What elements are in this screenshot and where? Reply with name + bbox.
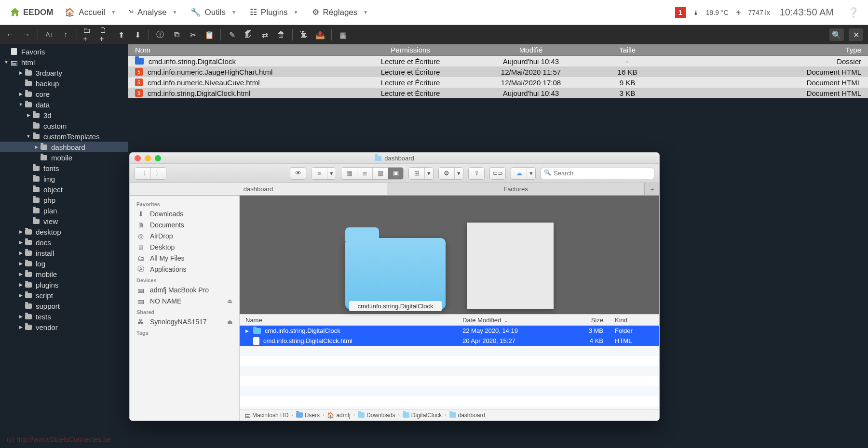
extract-icon[interactable]: 📤 — [315, 29, 326, 40]
tree-item-fonts[interactable]: fonts — [0, 163, 128, 173]
tree-item-plugins[interactable]: ▶plugins — [0, 279, 128, 290]
col-size[interactable]: Taille — [596, 46, 659, 54]
col-date[interactable]: Date Modified⌄ — [457, 316, 568, 324]
tree-item-script[interactable]: ▶script — [0, 290, 128, 301]
path-segment[interactable]: 🏠admfj — [327, 412, 350, 419]
menu-reglages[interactable]: ⚙ Réglages▼ — [306, 4, 374, 20]
preview-document[interactable] — [467, 223, 554, 309]
upload-icon[interactable]: ⬆ — [116, 29, 126, 40]
sidebar-item[interactable]: 🖴admfj MacBook Pro — [130, 284, 239, 295]
tree-item-mobile[interactable]: mobile — [0, 152, 128, 163]
sidebar-item[interactable]: ⒶApplications — [130, 264, 239, 275]
share-button[interactable]: ⇪ — [469, 168, 484, 179]
arrange-dropdown[interactable]: ▾ — [424, 168, 433, 179]
menu-analyse[interactable]: ༄ Analyse▼ — [123, 5, 183, 20]
tree-item-object[interactable]: object — [0, 184, 128, 195]
new-file-icon[interactable]: 🗋+ — [99, 29, 110, 40]
edit-icon[interactable]: ✎ — [227, 29, 237, 40]
duplicate-icon[interactable]: 🗐 — [243, 29, 254, 40]
tree-favorites[interactable]: Favoris — [0, 46, 128, 57]
tree-item-mobile[interactable]: ▶mobile — [0, 269, 128, 279]
view-columns-button[interactable]: ▥ — [372, 168, 388, 179]
action-button[interactable]: ⚙ — [439, 168, 454, 179]
view-list-button[interactable]: ≣ — [357, 168, 372, 179]
tree-item-backup[interactable]: backup — [0, 78, 128, 89]
path-segment[interactable]: dashboard — [449, 412, 486, 419]
archive-icon[interactable]: 🗜 — [298, 29, 309, 40]
tree-item-vendor[interactable]: ▶vendor — [0, 322, 128, 332]
close-button[interactable]: ✕ — [849, 28, 863, 41]
tab-dashboard[interactable]: dashboard — [130, 183, 387, 195]
sidebar-item[interactable]: 🗎Documents — [130, 219, 239, 230]
help-icon[interactable]: ❔ — [843, 7, 863, 18]
col-name[interactable]: Nom — [128, 46, 355, 54]
preview-folder[interactable]: cmd.info.string.DigitalClock — [345, 238, 446, 309]
finder-titlebar[interactable]: dashboard — [130, 153, 659, 164]
col-mod[interactable]: Modifié — [466, 46, 596, 54]
tree-item-customTemplates[interactable]: ▼customTemplates — [0, 131, 128, 142]
search-input[interactable] — [541, 168, 654, 179]
tree-item-view[interactable]: view — [0, 216, 128, 226]
view-gallery-button[interactable]: ▣ — [388, 168, 403, 179]
finder-search[interactable] — [541, 168, 654, 179]
tab-add-button[interactable]: ＋ — [645, 183, 659, 195]
quicklook-button[interactable]: 👁 — [290, 168, 306, 179]
view-icons-button[interactable]: ▦ — [341, 168, 357, 179]
tree-item-dashboard[interactable]: ▶dashboard — [0, 142, 128, 152]
file-row[interactable]: 5cmd.info.numeric.NiveauCuve.htmlLecture… — [128, 77, 868, 88]
jeedom-logo[interactable]: EEDOM — [5, 6, 57, 19]
sidebar-item[interactable]: ⬇Downloads — [130, 208, 239, 219]
finder-row[interactable]: ▶cmd.info.string.DigitalClock22 May 2020… — [240, 326, 659, 336]
notification-badge[interactable]: 1 — [675, 7, 686, 18]
search-button[interactable]: 🔍 — [829, 28, 844, 41]
file-row[interactable]: 5cmd.info.string.DigitalClock.htmlLectur… — [128, 88, 868, 98]
tree-item-tests[interactable]: ▶tests — [0, 311, 128, 322]
grid-icon[interactable]: ▦ — [338, 29, 348, 40]
tree-item-php[interactable]: php — [0, 195, 128, 205]
file-row[interactable]: 5cmd.info.numeric.JaugeHighChart.htmlLec… — [128, 66, 868, 77]
download-icon[interactable]: ⬇ — [132, 29, 143, 40]
tree-item-install[interactable]: ▶install — [0, 248, 128, 258]
new-folder-icon[interactable]: 🗀+ — [83, 29, 94, 40]
tree-item-desktop[interactable]: ▶desktop — [0, 226, 128, 237]
window-zoom-icon[interactable] — [155, 155, 161, 161]
col-perm[interactable]: Permissions — [355, 46, 466, 54]
sidebar-item[interactable]: 🖧SynologyNAS1517⏏ — [130, 316, 239, 327]
tree-item-custom[interactable]: custom — [0, 120, 128, 131]
col-name[interactable]: Name — [240, 316, 457, 324]
info-icon[interactable]: ⓘ — [155, 29, 165, 40]
menu-plugins[interactable]: ☷ Plugins▼ — [244, 4, 304, 20]
menu-outils[interactable]: 🔧 Outils▼ — [185, 4, 242, 20]
tree-item-plan[interactable]: plan — [0, 205, 128, 216]
paste-icon[interactable]: 📋 — [204, 29, 215, 40]
nav-back-button[interactable]: 〈 — [135, 168, 150, 179]
forward-icon[interactable]: → — [21, 29, 32, 40]
tree-item-docs[interactable]: ▶docs — [0, 237, 128, 248]
window-minimize-icon[interactable] — [145, 155, 151, 161]
nav-forward-button[interactable]: 〉 — [150, 168, 166, 179]
back-icon[interactable]: ← — [5, 29, 15, 40]
tags-button[interactable]: ⊂⊃ — [490, 168, 505, 179]
sidebar-item[interactable]: 🗂All My Files — [130, 252, 239, 264]
finder-row[interactable]: cmd.info.string.DigitalClock.html20 Apr … — [240, 336, 659, 346]
tree-root[interactable]: ▼🖴html — [0, 57, 128, 67]
sidebar-item[interactable]: 🖴NO NAME⏏ — [130, 295, 239, 306]
path-segment[interactable]: DigitalClock — [403, 412, 442, 419]
sort-az-icon[interactable]: A↕ — [44, 29, 54, 40]
tree-item-log[interactable]: ▶log — [0, 258, 128, 269]
menu-accueil[interactable]: 🏠 Accueil▼ — [59, 4, 122, 20]
col-type[interactable]: Type — [659, 46, 868, 54]
tree-item-3d[interactable]: ▶3d — [0, 110, 128, 120]
col-kind[interactable]: Kind — [609, 316, 659, 324]
sidebar-item[interactable]: 🖥Desktop — [130, 241, 239, 252]
tree-item-data[interactable]: ▼data — [0, 99, 128, 110]
cut-icon[interactable]: ✂ — [188, 29, 198, 40]
path-segment[interactable]: Downloads — [358, 412, 395, 419]
trash-icon[interactable]: 🗑 — [276, 29, 286, 40]
tree-item-core[interactable]: ▶core — [0, 89, 128, 99]
icloud-dropdown[interactable]: ▾ — [527, 168, 535, 179]
tree-item-3rdparty[interactable]: ▶3rdparty — [0, 67, 128, 78]
arrange-button[interactable]: ⊞ — [409, 168, 424, 179]
window-close-icon[interactable] — [135, 155, 141, 161]
group-dropdown[interactable]: ▾ — [327, 168, 336, 179]
